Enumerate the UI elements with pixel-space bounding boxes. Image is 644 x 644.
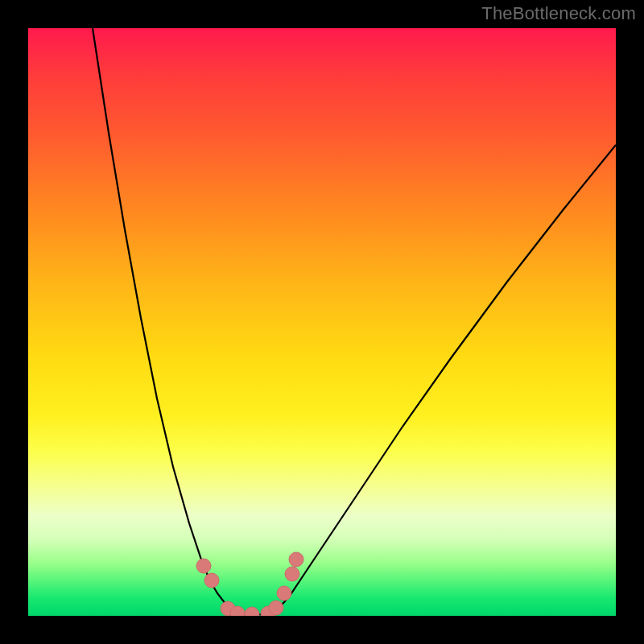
marker-point xyxy=(269,601,283,615)
marker-point xyxy=(204,573,219,588)
watermark-text: TheBottleneck.com xyxy=(481,3,636,24)
marker-point xyxy=(277,586,291,601)
curve-left-branch xyxy=(93,28,239,614)
curve-right-branch xyxy=(270,145,616,614)
marker-point xyxy=(285,567,299,581)
marker-group xyxy=(196,552,303,616)
chart-svg xyxy=(28,28,616,616)
chart-frame: TheBottleneck.com xyxy=(0,0,644,644)
plot-area xyxy=(28,28,616,616)
marker-point xyxy=(289,552,303,567)
marker-point xyxy=(196,559,211,573)
marker-point xyxy=(245,607,259,616)
